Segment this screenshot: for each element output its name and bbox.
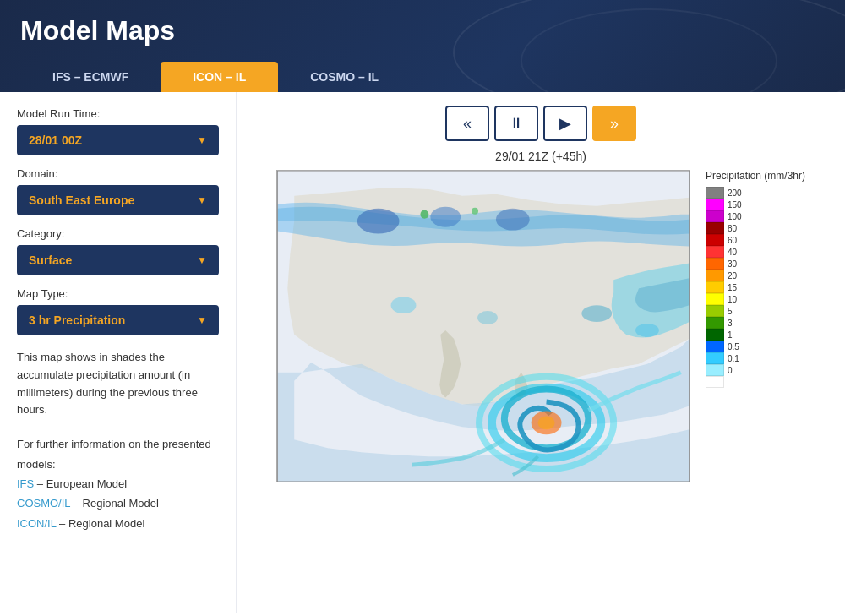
ifs-suffix: – European Model xyxy=(34,477,127,490)
map-area: « ⏸ ▶ » 29/01 21Z (+45h) xyxy=(237,92,845,613)
category-label: Category: xyxy=(17,227,219,240)
legend-row: 1 xyxy=(706,329,753,341)
legend-color-swatch xyxy=(706,258,724,270)
legend-value: 0.5 xyxy=(728,342,753,352)
legend-color-swatch xyxy=(706,246,724,258)
legend-value: 10 xyxy=(728,295,753,304)
legend-color-swatch xyxy=(706,210,724,222)
rewind-button[interactable]: « xyxy=(445,106,489,141)
svg-point-14 xyxy=(635,324,659,337)
legend-color-swatch xyxy=(706,270,724,281)
playback-controls: « ⏸ ▶ » xyxy=(445,106,636,141)
legend-row: 3 xyxy=(706,317,753,329)
model-run-dropdown[interactable]: 28/01 00Z ▼ xyxy=(17,125,219,155)
legend-color-swatch xyxy=(706,281,724,293)
domain-value: South East Europe xyxy=(29,194,134,207)
legend-row: 40 xyxy=(706,246,753,258)
maptype-dropdown[interactable]: 3 hr Precipitation ▼ xyxy=(17,305,219,335)
category-dropdown[interactable]: Surface ▼ xyxy=(17,245,219,275)
play-button[interactable]: ▶ xyxy=(543,106,587,141)
legend-row: 10 xyxy=(706,293,753,305)
legend-color-swatch xyxy=(706,364,724,376)
header: Model Maps IFS – ECMWF ICON – IL COSMO –… xyxy=(0,0,845,92)
legend-value: 0 xyxy=(728,366,753,375)
legend-value: 200 xyxy=(728,188,753,198)
domain-arrow-icon: ▼ xyxy=(197,194,207,206)
legend-color-swatch xyxy=(706,187,724,199)
svg-point-10 xyxy=(472,208,478,215)
legend-value: 5 xyxy=(728,307,753,316)
legend-color-swatch xyxy=(706,329,724,341)
svg-point-7 xyxy=(430,207,461,227)
domain-dropdown[interactable]: South East Europe ▼ xyxy=(17,185,219,215)
tab-cosmo-il[interactable]: COSMO – IL xyxy=(278,62,411,92)
legend-value: 30 xyxy=(728,259,753,269)
legend-color-swatch xyxy=(706,234,724,246)
model-run-value: 28/01 00Z xyxy=(29,134,82,147)
main-content: Model Run Time: 28/01 00Z ▼ Domain: Sout… xyxy=(0,92,845,613)
legend-value: 3 xyxy=(728,319,753,328)
legend-value: 40 xyxy=(728,248,753,257)
legend-value: 1 xyxy=(728,330,753,340)
legend-color-swatch xyxy=(706,305,724,317)
legend-row: 15 xyxy=(706,281,753,293)
legend-value: 100 xyxy=(728,212,753,221)
maptype-value: 3 hr Precipitation xyxy=(29,313,125,327)
model-run-label: Model Run Time: xyxy=(17,107,219,120)
svg-point-12 xyxy=(477,311,498,324)
legend-color-swatch xyxy=(706,352,724,364)
legend-color-swatch xyxy=(706,341,724,352)
legend-row: 150 xyxy=(706,199,753,210)
category-arrow-icon: ▼ xyxy=(197,254,207,266)
domain-label: Domain: xyxy=(17,167,219,180)
link-icon[interactable]: ICON/IL xyxy=(17,517,56,530)
tab-ifs-ecmwf[interactable]: IFS – ECMWF xyxy=(20,62,161,92)
svg-point-6 xyxy=(357,209,400,234)
link-cosmo[interactable]: COSMO/IL xyxy=(17,497,70,510)
svg-point-11 xyxy=(391,297,417,313)
forward-button[interactable]: » xyxy=(592,106,636,141)
legend-value: 150 xyxy=(728,200,753,210)
legend-color-swatch xyxy=(706,376,724,388)
legend-row: 30 xyxy=(706,258,753,270)
map-container: Precipitation (mm/3hr) 20015010080604030… xyxy=(276,170,805,482)
pause-button[interactable]: ⏸ xyxy=(494,106,538,141)
legend-row: 0 xyxy=(706,364,753,376)
description-text: This map shows in shades the accumulate … xyxy=(17,349,219,419)
legend-title: Precipitation (mm/3hr) xyxy=(706,170,805,182)
legend-row: 20 xyxy=(706,270,753,281)
legend-row: 5 xyxy=(706,305,753,317)
legend-value: 15 xyxy=(728,283,753,292)
link-ifs[interactable]: IFS xyxy=(17,477,34,490)
legend-value: 0.1 xyxy=(728,354,753,363)
legend-value: 20 xyxy=(728,271,753,281)
legend-row xyxy=(706,376,753,388)
svg-point-5 xyxy=(538,416,555,429)
legend-color-swatch xyxy=(706,293,724,305)
category-value: Surface xyxy=(29,253,72,267)
further-info: For further information on the presented… xyxy=(17,434,219,533)
legend-row: 200 xyxy=(706,187,753,199)
maptype-arrow-icon: ▼ xyxy=(197,314,207,326)
page-title: Model Maps xyxy=(20,15,825,46)
weather-map xyxy=(276,170,690,482)
legend-value: 60 xyxy=(728,236,753,245)
svg-point-9 xyxy=(420,210,428,219)
time-label: 29/01 21Z (+45h) xyxy=(495,150,586,163)
legend-row: 0.1 xyxy=(706,352,753,364)
legend-color-swatch xyxy=(706,222,724,234)
legend-row: 0.5 xyxy=(706,341,753,352)
legend-color-swatch xyxy=(706,199,724,210)
tab-bar: IFS – ECMWF ICON – IL COSMO – IL xyxy=(20,62,825,92)
legend-row: 60 xyxy=(706,234,753,246)
precipitation-legend: Precipitation (mm/3hr) 20015010080604030… xyxy=(701,170,805,388)
icon-suffix: – Regional Model xyxy=(56,517,144,530)
cosmo-suffix: – Regional Model xyxy=(70,497,159,510)
legend-row: 100 xyxy=(706,210,753,222)
legend-color-swatch xyxy=(706,317,724,329)
model-run-arrow-icon: ▼ xyxy=(197,134,207,146)
legend-bar: 200150100806040302015105310.50.10 xyxy=(706,187,753,388)
tab-icon-il[interactable]: ICON – IL xyxy=(161,62,278,92)
sidebar: Model Run Time: 28/01 00Z ▼ Domain: Sout… xyxy=(0,92,237,613)
svg-point-13 xyxy=(581,305,612,322)
